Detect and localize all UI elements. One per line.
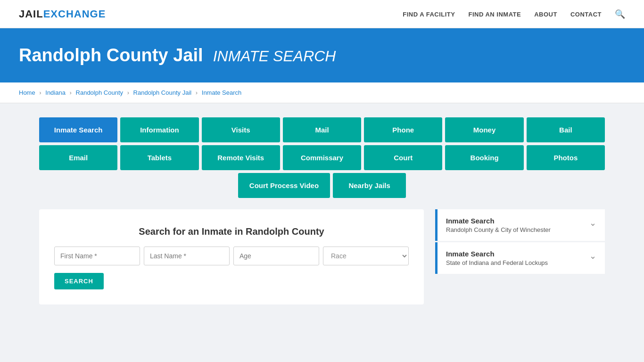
breadcrumb-home[interactable]: Home	[19, 89, 35, 96]
tab-remote-visits[interactable]: Remote Visits	[202, 145, 280, 170]
sep2: ›	[70, 89, 72, 96]
content-area: Search for an Inmate in Randolph County …	[39, 209, 605, 304]
tab-information[interactable]: Information	[120, 117, 198, 142]
search-button[interactable]: SEARCH	[54, 273, 104, 289]
age-input[interactable]	[233, 247, 319, 265]
logo[interactable]: JAILEXCHANGE	[19, 8, 106, 20]
sep1: ›	[39, 89, 41, 96]
chevron-down-icon: ⌄	[589, 218, 596, 228]
hero-title-sub: INMATE SEARCH	[213, 48, 336, 65]
tab-court-process-video[interactable]: Court Process Video	[238, 173, 330, 198]
nav-about[interactable]: ABOUT	[534, 11, 557, 18]
tab-row-3: Court Process Video Nearby Jails	[39, 173, 605, 198]
tab-commissary[interactable]: Commissary	[283, 145, 361, 170]
nav-links: FIND A FACILITY FIND AN INMATE ABOUT CON…	[403, 9, 625, 19]
search-panel: Search for an Inmate in Randolph County …	[39, 209, 424, 304]
race-select[interactable]: Race White Black Hispanic Asian Other	[323, 247, 409, 265]
tab-nearby-jails[interactable]: Nearby Jails	[333, 173, 406, 198]
breadcrumb-current: Inmate Search	[202, 89, 242, 96]
tab-visits[interactable]: Visits	[202, 117, 280, 142]
navbar: JAILEXCHANGE FIND A FACILITY FIND AN INM…	[0, 0, 644, 28]
nav-contact[interactable]: CONTACT	[570, 11, 602, 18]
search-fields: Race White Black Hispanic Asian Other	[54, 247, 409, 265]
tab-photos[interactable]: Photos	[527, 145, 605, 170]
sidebar-item-state-sub: State of Indiana and Federal Lockups	[446, 259, 548, 266]
sidebar-item-county-heading: Inmate Search	[446, 217, 551, 225]
nav-find-facility[interactable]: FIND A FACILITY	[403, 11, 455, 18]
search-panel-title: Search for an Inmate in Randolph County	[54, 226, 409, 237]
logo-exchange: EXCHANGE	[43, 8, 106, 20]
breadcrumb: Home › Indiana › Randolph County › Rando…	[0, 82, 644, 103]
search-icon[interactable]: 🔍	[615, 9, 625, 19]
tab-mail[interactable]: Mail	[283, 117, 361, 142]
tab-phone[interactable]: Phone	[364, 117, 442, 142]
tab-money[interactable]: Money	[445, 117, 523, 142]
hero-title-main: Randolph County Jail	[19, 45, 203, 65]
tab-row-2: Email Tablets Remote Visits Commissary C…	[39, 145, 605, 170]
chevron-down-icon-2: ⌄	[589, 251, 596, 261]
tab-tablets[interactable]: Tablets	[120, 145, 198, 170]
sidebar-item-state-text: Inmate Search State of Indiana and Feder…	[446, 250, 548, 266]
sidebar-item-state[interactable]: Inmate Search State of Indiana and Feder…	[435, 242, 605, 274]
sidebar-item-county[interactable]: Inmate Search Randolph County & City of …	[435, 209, 605, 241]
tab-inmate-search[interactable]: Inmate Search	[39, 117, 117, 142]
sep3: ›	[127, 89, 129, 96]
sep4: ›	[196, 89, 198, 96]
tab-booking[interactable]: Booking	[445, 145, 523, 170]
breadcrumb-county[interactable]: Randolph County	[76, 89, 123, 96]
logo-jail: JAIL	[19, 8, 43, 20]
first-name-input[interactable]	[54, 247, 140, 265]
sidebar-item-state-heading: Inmate Search	[446, 250, 548, 258]
last-name-input[interactable]	[144, 247, 230, 265]
sidebar-item-county-text: Inmate Search Randolph County & City of …	[446, 217, 551, 233]
sidebar-item-county-sub: Randolph County & City of Winchester	[446, 226, 551, 233]
page-title: Randolph County Jail INMATE SEARCH	[19, 45, 625, 66]
nav-find-inmate[interactable]: FIND AN INMATE	[468, 11, 521, 18]
main-wrapper: Inmate Search Information Visits Mail Ph…	[20, 103, 624, 319]
tab-bail[interactable]: Bail	[527, 117, 605, 142]
tab-email[interactable]: Email	[39, 145, 117, 170]
tab-court[interactable]: Court	[364, 145, 442, 170]
breadcrumb-jail[interactable]: Randolph County Jail	[133, 89, 192, 96]
breadcrumb-indiana[interactable]: Indiana	[45, 89, 66, 96]
sidebar-panel: Inmate Search Randolph County & City of …	[435, 209, 605, 274]
tab-row-1: Inmate Search Information Visits Mail Ph…	[39, 117, 605, 142]
hero-banner: Randolph County Jail INMATE SEARCH	[0, 28, 644, 82]
